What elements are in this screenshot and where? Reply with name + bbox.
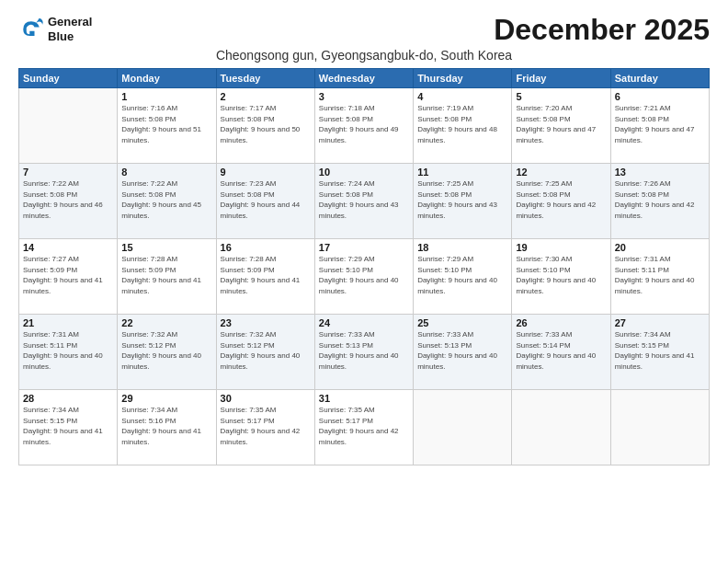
day-info: Sunrise: 7:20 AMSunset: 5:08 PMDaylight:… <box>516 103 606 145</box>
day-info: Sunrise: 7:33 AMSunset: 5:13 PMDaylight:… <box>417 329 507 372</box>
day-info: Sunrise: 7:25 AMSunset: 5:08 PMDaylight:… <box>516 178 606 221</box>
day-number: 31 <box>319 393 409 404</box>
col-wednesday: Wednesday <box>314 69 413 88</box>
day-info: Sunrise: 7:21 AMSunset: 5:08 PMDaylight:… <box>615 103 705 145</box>
table-row: 7Sunrise: 7:22 AMSunset: 5:08 PMDaylight… <box>19 164 118 239</box>
day-info: Sunrise: 7:31 AMSunset: 5:11 PMDaylight:… <box>23 329 113 372</box>
day-info: Sunrise: 7:33 AMSunset: 5:13 PMDaylight:… <box>319 329 409 372</box>
day-info: Sunrise: 7:34 AMSunset: 5:15 PMDaylight:… <box>615 329 705 372</box>
day-info: Sunrise: 7:32 AMSunset: 5:12 PMDaylight:… <box>121 329 211 372</box>
day-info: Sunrise: 7:30 AMSunset: 5:10 PMDaylight:… <box>516 254 606 296</box>
day-number: 21 <box>23 317 113 328</box>
day-info: Sunrise: 7:23 AMSunset: 5:08 PMDaylight:… <box>221 178 311 221</box>
day-info: Sunrise: 7:26 AMSunset: 5:08 PMDaylight:… <box>615 178 705 221</box>
day-info: Sunrise: 7:27 AMSunset: 5:09 PMDaylight:… <box>23 254 113 296</box>
table-row: 5Sunrise: 7:20 AMSunset: 5:08 PMDaylight… <box>512 88 610 164</box>
day-info: Sunrise: 7:35 AMSunset: 5:17 PMDaylight:… <box>221 405 311 447</box>
col-monday: Monday <box>118 69 216 88</box>
day-number: 17 <box>319 242 409 253</box>
calendar-header-row: Sunday Monday Tuesday Wednesday Thursday… <box>19 69 710 88</box>
table-row: 23Sunrise: 7:32 AMSunset: 5:12 PMDayligh… <box>216 315 314 390</box>
day-info: Sunrise: 7:34 AMSunset: 5:15 PMDaylight:… <box>23 405 113 447</box>
day-number: 27 <box>615 317 705 328</box>
day-info: Sunrise: 7:29 AMSunset: 5:10 PMDaylight:… <box>417 254 507 296</box>
calendar-week-row: 7Sunrise: 7:22 AMSunset: 5:08 PMDaylight… <box>19 164 710 239</box>
day-info: Sunrise: 7:25 AMSunset: 5:08 PMDaylight:… <box>417 178 507 221</box>
day-info: Sunrise: 7:19 AMSunset: 5:08 PMDaylight:… <box>417 103 507 145</box>
table-row <box>512 390 610 465</box>
table-row: 20Sunrise: 7:31 AMSunset: 5:11 PMDayligh… <box>610 239 709 315</box>
logo-icon <box>18 17 44 42</box>
day-number: 18 <box>417 242 507 253</box>
day-number: 6 <box>615 91 705 102</box>
table-row: 26Sunrise: 7:33 AMSunset: 5:14 PMDayligh… <box>512 315 610 390</box>
table-row: 21Sunrise: 7:31 AMSunset: 5:11 PMDayligh… <box>19 315 118 390</box>
col-sunday: Sunday <box>19 69 118 88</box>
day-number: 2 <box>221 91 311 102</box>
day-number: 19 <box>516 242 606 253</box>
day-info: Sunrise: 7:22 AMSunset: 5:08 PMDaylight:… <box>121 178 211 221</box>
logo-text: General Blue <box>48 15 92 43</box>
day-number: 16 <box>221 242 311 253</box>
table-row <box>610 390 709 465</box>
day-number: 9 <box>221 167 311 178</box>
col-friday: Friday <box>512 69 610 88</box>
table-row: 1Sunrise: 7:16 AMSunset: 5:08 PMDaylight… <box>118 88 216 164</box>
table-row: 16Sunrise: 7:28 AMSunset: 5:09 PMDayligh… <box>216 239 314 315</box>
day-number: 30 <box>221 393 311 404</box>
calendar-week-row: 14Sunrise: 7:27 AMSunset: 5:09 PMDayligh… <box>19 239 710 315</box>
day-info: Sunrise: 7:33 AMSunset: 5:14 PMDaylight:… <box>516 329 606 372</box>
col-tuesday: Tuesday <box>216 69 314 88</box>
table-row: 9Sunrise: 7:23 AMSunset: 5:08 PMDaylight… <box>216 164 314 239</box>
day-info: Sunrise: 7:32 AMSunset: 5:12 PMDaylight:… <box>221 329 311 372</box>
day-number: 8 <box>121 167 211 178</box>
day-number: 14 <box>23 242 113 253</box>
day-number: 12 <box>516 167 606 178</box>
day-number: 3 <box>319 91 409 102</box>
logo-line1: General <box>48 15 92 29</box>
day-number: 1 <box>121 91 211 102</box>
day-number: 23 <box>221 317 311 328</box>
col-thursday: Thursday <box>414 69 512 88</box>
logo-line2: Blue <box>48 29 92 44</box>
table-row: 14Sunrise: 7:27 AMSunset: 5:09 PMDayligh… <box>19 239 118 315</box>
table-row: 18Sunrise: 7:29 AMSunset: 5:10 PMDayligh… <box>414 239 512 315</box>
table-row: 12Sunrise: 7:25 AMSunset: 5:08 PMDayligh… <box>512 164 610 239</box>
day-number: 28 <box>23 393 113 404</box>
day-number: 15 <box>121 242 211 253</box>
table-row: 24Sunrise: 7:33 AMSunset: 5:13 PMDayligh… <box>314 315 413 390</box>
day-number: 25 <box>417 317 507 328</box>
day-number: 4 <box>417 91 507 102</box>
day-number: 20 <box>615 242 705 253</box>
day-info: Sunrise: 7:28 AMSunset: 5:09 PMDaylight:… <box>221 254 311 296</box>
calendar-week-row: 1Sunrise: 7:16 AMSunset: 5:08 PMDaylight… <box>19 88 710 164</box>
table-row <box>414 390 512 465</box>
table-row <box>19 88 118 164</box>
day-info: Sunrise: 7:18 AMSunset: 5:08 PMDaylight:… <box>319 103 409 145</box>
day-info: Sunrise: 7:17 AMSunset: 5:08 PMDaylight:… <box>221 103 311 145</box>
subtitle: Cheongsong gun, Gyeongsangbuk-do, South … <box>18 48 710 63</box>
day-info: Sunrise: 7:16 AMSunset: 5:08 PMDaylight:… <box>121 103 211 145</box>
day-number: 13 <box>615 167 705 178</box>
table-row: 10Sunrise: 7:24 AMSunset: 5:08 PMDayligh… <box>314 164 413 239</box>
table-row: 4Sunrise: 7:19 AMSunset: 5:08 PMDaylight… <box>414 88 512 164</box>
table-row: 25Sunrise: 7:33 AMSunset: 5:13 PMDayligh… <box>414 315 512 390</box>
table-row: 31Sunrise: 7:35 AMSunset: 5:17 PMDayligh… <box>314 390 413 465</box>
day-info: Sunrise: 7:35 AMSunset: 5:17 PMDaylight:… <box>319 405 409 447</box>
header: General Blue December 2025 <box>18 15 710 44</box>
day-info: Sunrise: 7:24 AMSunset: 5:08 PMDaylight:… <box>319 178 409 221</box>
day-number: 22 <box>121 317 211 328</box>
table-row: 13Sunrise: 7:26 AMSunset: 5:08 PMDayligh… <box>610 164 709 239</box>
day-number: 10 <box>319 167 409 178</box>
month-title: December 2025 <box>494 15 710 44</box>
day-info: Sunrise: 7:22 AMSunset: 5:08 PMDaylight:… <box>23 178 113 221</box>
col-saturday: Saturday <box>610 69 709 88</box>
table-row: 3Sunrise: 7:18 AMSunset: 5:08 PMDaylight… <box>314 88 413 164</box>
table-row: 22Sunrise: 7:32 AMSunset: 5:12 PMDayligh… <box>118 315 216 390</box>
day-info: Sunrise: 7:29 AMSunset: 5:10 PMDaylight:… <box>319 254 409 296</box>
logo: General Blue <box>18 15 92 43</box>
table-row: 30Sunrise: 7:35 AMSunset: 5:17 PMDayligh… <box>216 390 314 465</box>
table-row: 15Sunrise: 7:28 AMSunset: 5:09 PMDayligh… <box>118 239 216 315</box>
table-row: 27Sunrise: 7:34 AMSunset: 5:15 PMDayligh… <box>610 315 709 390</box>
day-number: 11 <box>417 167 507 178</box>
